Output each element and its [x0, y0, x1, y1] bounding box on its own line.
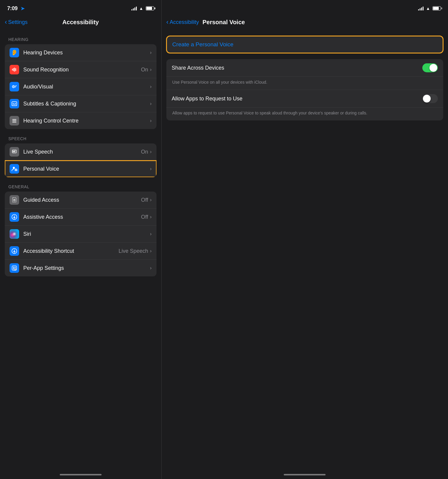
- right-status-icons: ▲: [418, 6, 441, 11]
- left-panel: 7:09 ➤ ▲ ‹ Settings Accessibility HEARIN…: [0, 0, 161, 479]
- right-wifi-icon: ▲: [426, 6, 430, 11]
- svg-point-24: [14, 200, 15, 200]
- assistive-access-value: Off: [141, 214, 148, 220]
- sound-recognition-row[interactable]: Sound Recognition On ›: [5, 61, 157, 78]
- siri-row[interactable]: Siri ›: [5, 226, 157, 243]
- svg-point-6: [16, 85, 17, 86]
- assistive-access-chevron: ›: [150, 214, 152, 220]
- guided-access-row[interactable]: Guided Access Off ›: [5, 192, 157, 209]
- create-personal-voice-label: Create a Personal Voice: [172, 41, 234, 48]
- audio-visual-icon: [10, 82, 19, 91]
- assistive-access-label: Assistive Access: [23, 214, 141, 220]
- speech-section-label: SPEECH: [0, 131, 161, 143]
- status-time-container: 7:09 ➤: [7, 5, 24, 12]
- accessibility-shortcut-value: Live Speech: [119, 248, 148, 254]
- allow-apps-row[interactable]: Allow Apps to Request to Use: [166, 90, 443, 108]
- per-app-settings-icon: [10, 263, 19, 273]
- battery-icon: [146, 6, 154, 10]
- right-nav-bar: ‹ Accessibility Personal Voice: [162, 15, 448, 32]
- svg-rect-21: [17, 169, 17, 171]
- svg-rect-3: [16, 68, 16, 71]
- svg-rect-7: [12, 102, 17, 105]
- sound-recognition-chevron: ›: [150, 67, 152, 73]
- hearing-control-centre-row[interactable]: Hearing Control Centre ›: [5, 112, 157, 129]
- hearing-section-label: HEARING: [0, 32, 161, 44]
- allow-apps-description: Allow apps to request to use Personal Vo…: [166, 108, 443, 120]
- svg-line-41: [15, 269, 16, 270]
- back-chevron-icon: ‹: [5, 19, 7, 25]
- general-group: Guided Access Off › Assistive Access Off…: [5, 192, 157, 276]
- svg-rect-38: [13, 268, 14, 269]
- live-speech-chevron: ›: [150, 149, 152, 155]
- subtitles-captioning-row[interactable]: Subtitles & Captioning ›: [5, 95, 157, 112]
- subtitles-icon: [10, 99, 19, 108]
- personal-voice-row[interactable]: Personal Voice ›: [5, 160, 157, 177]
- svg-rect-12: [12, 120, 16, 121]
- personal-voice-icon: [10, 164, 19, 174]
- hearing-group: 👂 Hearing Devices › Sound Recognition On…: [5, 44, 157, 129]
- guided-access-chevron: ›: [150, 197, 152, 203]
- signal-icon: [131, 6, 137, 10]
- status-icons: ▲: [131, 6, 154, 11]
- personal-voice-settings-group: Share Across Devices Use Personal Voice …: [166, 59, 443, 120]
- svg-point-26: [14, 215, 15, 216]
- left-nav-bar: ‹ Settings Accessibility: [0, 15, 161, 32]
- location-icon: ➤: [21, 6, 24, 11]
- svg-rect-2: [14, 68, 15, 72]
- page-title: Accessibility: [62, 19, 99, 26]
- right-signal-icon: [418, 6, 424, 10]
- audio-visual-chevron: ›: [150, 84, 152, 90]
- assistive-access-icon: [10, 212, 19, 222]
- hearing-devices-row[interactable]: 👂 Hearing Devices ›: [5, 44, 157, 61]
- settings-back-button[interactable]: ‹ Settings: [5, 19, 27, 25]
- wifi-icon: ▲: [139, 6, 143, 11]
- hearing-devices-chevron: ›: [150, 50, 152, 56]
- guided-access-value: Off: [141, 197, 148, 203]
- per-app-settings-row[interactable]: Per-App Settings ›: [5, 260, 157, 276]
- svg-rect-16: [14, 151, 14, 152]
- svg-point-18: [13, 167, 15, 169]
- right-panel: ▲ ‹ Accessibility Personal Voice Create …: [162, 0, 448, 479]
- hearing-devices-label: Hearing Devices: [23, 50, 150, 56]
- siri-label: Siri: [23, 231, 150, 237]
- svg-rect-19: [15, 169, 16, 171]
- right-home-indicator: [284, 474, 326, 475]
- allow-apps-label: Allow Apps to Request to Use: [172, 96, 422, 102]
- hearing-devices-icon: 👂: [10, 48, 19, 57]
- svg-point-32: [14, 250, 15, 250]
- audio-visual-row[interactable]: Audio/Visual ›: [5, 78, 157, 95]
- create-personal-voice-button[interactable]: Create a Personal Voice: [166, 36, 443, 53]
- guided-access-label: Guided Access: [23, 197, 141, 203]
- accessibility-shortcut-row[interactable]: Accessibility Shortcut Live Speech ›: [5, 243, 157, 260]
- accessibility-shortcut-icon: [10, 246, 19, 256]
- back-label: Settings: [8, 19, 27, 25]
- share-across-devices-description: Use Personal Voice on all your devices w…: [166, 77, 443, 90]
- hearing-control-icon: [10, 116, 19, 126]
- subtitles-chevron: ›: [150, 101, 152, 107]
- personal-voice-label: Personal Voice: [23, 166, 150, 172]
- guided-access-icon: [10, 195, 19, 205]
- personal-voice-chevron: ›: [150, 166, 152, 172]
- accessibility-shortcut-chevron: ›: [150, 248, 152, 254]
- hearing-control-chevron: ›: [150, 118, 152, 124]
- home-indicator: [60, 474, 102, 475]
- right-status-bar: ▲: [162, 0, 448, 15]
- right-page-title: Personal Voice: [202, 19, 245, 26]
- svg-rect-9: [15, 103, 16, 104]
- live-speech-label: Live Speech: [23, 149, 141, 155]
- sound-recognition-icon: [10, 65, 19, 74]
- share-across-devices-toggle[interactable]: [422, 63, 438, 72]
- svg-rect-20: [16, 168, 16, 171]
- svg-rect-11: [12, 119, 16, 120]
- accessibility-back-button[interactable]: ‹ Accessibility: [166, 19, 199, 25]
- live-speech-row[interactable]: Live Speech On ›: [5, 143, 157, 160]
- assistive-access-row[interactable]: Assistive Access Off ›: [5, 209, 157, 226]
- live-speech-value: On: [141, 149, 148, 155]
- general-section-label: GENERAL: [0, 179, 161, 192]
- svg-rect-36: [13, 267, 14, 268]
- share-across-devices-row[interactable]: Share Across Devices: [166, 59, 443, 77]
- svg-point-30: [13, 233, 15, 235]
- subtitles-label: Subtitles & Captioning: [23, 101, 150, 107]
- allow-apps-toggle[interactable]: [422, 94, 438, 103]
- accessibility-shortcut-label: Accessibility Shortcut: [23, 248, 119, 254]
